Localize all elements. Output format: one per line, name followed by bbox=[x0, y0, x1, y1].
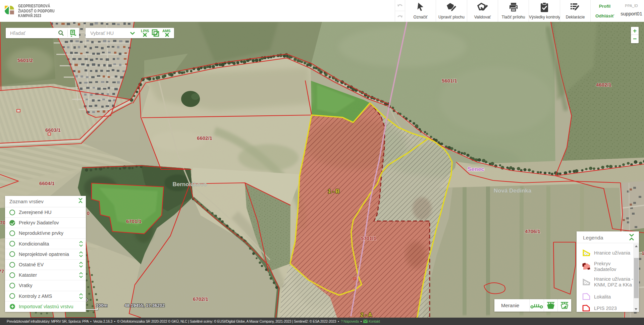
svg-text:LPIS: LPIS bbox=[141, 29, 149, 33]
svg-text:AMS: AMS bbox=[162, 29, 170, 33]
